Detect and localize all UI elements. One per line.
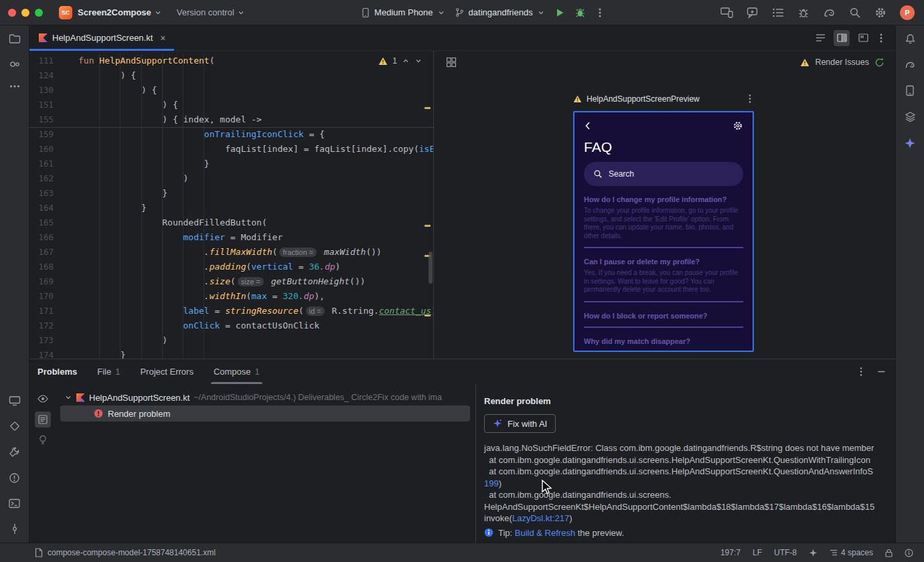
version-control-icon[interactable] (9, 523, 20, 535)
run-button[interactable] (554, 7, 565, 18)
gradle-sync-icon[interactable] (823, 7, 836, 18)
code-line-161[interactable]: 161 } (29, 157, 433, 171)
settings-icon[interactable] (874, 7, 887, 19)
more-tools-icon[interactable] (9, 84, 20, 88)
layers-icon[interactable] (905, 111, 916, 122)
build-refresh-link[interactable]: Build & Refresh (515, 528, 575, 538)
editor-tab[interactable]: HelpAndSupportScreen.kt × (29, 25, 174, 50)
code-line-171[interactable]: 171 label = stringResource(id = R.string… (29, 304, 433, 318)
faq-question[interactable]: Can I pause or delete my profile? (584, 258, 743, 266)
code-line-173[interactable]: 173 ) (29, 333, 433, 348)
preview-toggle-eye-icon[interactable] (35, 391, 51, 407)
code-line-130[interactable]: 130 ) { (29, 83, 433, 98)
split-view-icon[interactable] (834, 30, 850, 46)
terminal-icon[interactable] (9, 498, 20, 508)
gemini-icon[interactable] (904, 137, 916, 149)
code-line-159[interactable]: 159 onTrailingIconClick = { (29, 127, 433, 142)
code-line-165[interactable]: 165 RoundedFilledButton( (29, 215, 433, 230)
preview-card-menu-icon[interactable] (746, 94, 754, 104)
task-list-icon[interactable] (772, 7, 784, 18)
faq-search-bar[interactable]: Search (584, 162, 743, 186)
code-view-icon[interactable] (812, 30, 828, 46)
show-details-icon[interactable] (35, 411, 51, 428)
build-icon[interactable] (9, 446, 20, 458)
running-devices-icon[interactable] (9, 395, 21, 406)
close-window-button[interactable] (8, 9, 16, 17)
device-manager-icon[interactable] (720, 7, 733, 18)
project-selector[interactable]: Screen2Compose (78, 7, 162, 17)
code-line-169[interactable]: 169 .size(size = getButtonHeight()) (29, 274, 433, 289)
problems-tab-compose[interactable]: Compose1 (214, 359, 260, 384)
prev-issue-icon[interactable] (402, 57, 410, 65)
file-encoding[interactable]: UTF-8 (774, 548, 797, 557)
code-line-124[interactable]: 124 ) { (29, 68, 433, 83)
faq-question[interactable]: Why did my match disappear? (584, 337, 743, 345)
hide-panel-icon[interactable] (877, 367, 886, 376)
code-line-155[interactable]: 155 ) { index, model -> (29, 112, 433, 127)
code-line-163[interactable]: 163 } (29, 186, 433, 201)
commit-tool-icon[interactable] (9, 59, 21, 70)
lock-icon[interactable] (885, 549, 893, 557)
code-line-166[interactable]: 166 modifier = Modifier (29, 230, 433, 245)
status-info-icon[interactable] (905, 549, 913, 557)
next-issue-icon[interactable] (414, 57, 422, 65)
faq-question[interactable]: How do I block or report someone? (584, 312, 743, 320)
device-selector[interactable]: Medium Phone (361, 7, 445, 18)
problems-tool-icon[interactable] (9, 472, 20, 484)
close-tab-icon[interactable]: × (160, 33, 165, 43)
faq-question[interactable]: How do I change my profile information? (584, 195, 743, 203)
profiler-icon[interactable] (797, 7, 810, 19)
chevron-down-icon[interactable] (64, 393, 72, 401)
refresh-icon[interactable] (874, 58, 884, 68)
code-line-164[interactable]: 164 } (29, 201, 433, 215)
caret-position[interactable]: 197:7 (720, 548, 741, 557)
code-text: .padding(vertical = 36.dp) (78, 260, 340, 274)
gradle-tool-icon[interactable] (905, 60, 916, 70)
problems-tab-project-errors[interactable]: Project Errors (140, 359, 193, 384)
editor-options-kebab-icon[interactable] (876, 33, 886, 43)
stack-link[interactable]: LazyDsl.kt:217 (512, 513, 569, 523)
design-view-icon[interactable] (855, 30, 871, 46)
render-issues-widget[interactable]: Render Issues (800, 58, 884, 68)
code-line-167[interactable]: 167 .fillMaxWidth(fraction = maxWidth()) (29, 245, 433, 260)
more-run-options-icon[interactable] (595, 7, 605, 18)
back-icon[interactable] (584, 121, 592, 130)
indent-widget[interactable]: 4 spaces (830, 548, 873, 557)
minimize-window-button[interactable] (21, 9, 29, 17)
resource-manager-icon[interactable] (9, 421, 20, 432)
code-editor[interactable]: 111fun HelpAndSupportContent(124 ) {130 … (29, 51, 434, 359)
problems-file-row[interactable]: HelpAndSupportScreen.kt ~/AndroidStudioP… (56, 389, 475, 405)
render-problem-row[interactable]: Render problem (60, 405, 470, 421)
code-line-168[interactable]: 168 .padding(vertical = 36.dp) (29, 260, 433, 274)
inspection-widget[interactable]: 1 (378, 56, 422, 66)
device-explorer-icon[interactable] (905, 85, 915, 96)
zoom-window-button[interactable] (35, 9, 43, 17)
user-avatar[interactable]: P (900, 5, 915, 20)
code-line-172[interactable]: 172 onClick = contactUsOnClick (29, 318, 433, 333)
code-line-170[interactable]: 170 .widthIn(max = 320.dp), (29, 289, 433, 304)
project-tool-icon[interactable] (9, 33, 21, 44)
vcs-widget[interactable]: Version control (177, 7, 245, 17)
statusbar-file-widget[interactable]: compose-compose-model-1758748140651.xml (35, 548, 216, 557)
ai-assistant-icon[interactable] (747, 7, 759, 19)
notifications-icon[interactable] (905, 33, 916, 45)
quick-fix-bulb-icon[interactable] (35, 432, 51, 448)
debug-button[interactable] (574, 7, 586, 18)
ai-status-sparkle-icon[interactable] (809, 549, 818, 557)
code-line-151[interactable]: 151 ) { (29, 98, 433, 112)
editor-scrollbar[interactable] (429, 252, 433, 284)
problems-options-kebab-icon[interactable] (857, 367, 865, 377)
stack-link[interactable]: 199 (484, 478, 499, 488)
problems-tab-file[interactable]: File1 (97, 359, 120, 384)
code-line-111[interactable]: 111fun HelpAndSupportContent( (29, 54, 433, 68)
code-line-160[interactable]: 160 faqList[index] = faqList[index].copy… (29, 142, 433, 157)
run-configuration-selector[interactable]: datingandfriends (455, 7, 545, 17)
preview-settings-gear-icon[interactable] (733, 120, 743, 131)
preview-layout-icon[interactable] (446, 57, 457, 68)
code-line-174[interactable]: 174 } (29, 348, 433, 359)
compose-preview-screen[interactable]: FAQ Search How do I change my profile in… (573, 111, 754, 352)
search-icon[interactable] (849, 7, 861, 19)
code-line-162[interactable]: 162 ) (29, 171, 433, 186)
line-separator[interactable]: LF (753, 548, 762, 557)
fix-with-ai-button[interactable]: Fix with AI (484, 414, 556, 433)
